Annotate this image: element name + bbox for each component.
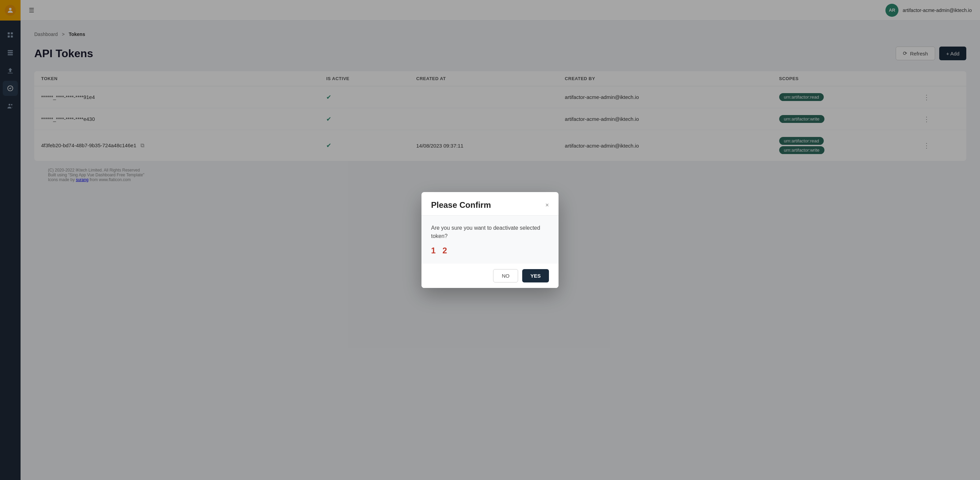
modal-number-1: 1 bbox=[431, 246, 436, 255]
modal-number-2: 2 bbox=[442, 246, 447, 255]
modal-title: Please Confirm bbox=[431, 200, 491, 210]
modal-body: Are you sure you want to deactivate sele… bbox=[422, 216, 558, 264]
modal-message: Are you sure you want to deactivate sele… bbox=[431, 224, 549, 240]
modal-numbers: 1 2 bbox=[431, 246, 549, 255]
modal-footer: NO YES bbox=[422, 264, 558, 288]
confirm-modal: Please Confirm × Are you sure you want t… bbox=[422, 192, 558, 288]
modal-header: Please Confirm × bbox=[422, 192, 558, 216]
no-button[interactable]: NO bbox=[493, 269, 518, 282]
yes-button[interactable]: YES bbox=[522, 269, 549, 282]
modal-overlay[interactable]: Please Confirm × Are you sure you want t… bbox=[0, 0, 980, 480]
modal-close-button[interactable]: × bbox=[545, 202, 549, 209]
